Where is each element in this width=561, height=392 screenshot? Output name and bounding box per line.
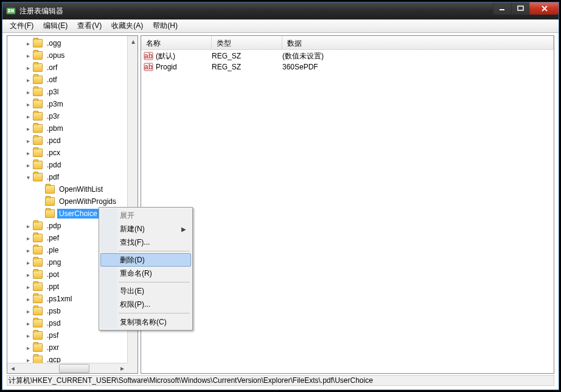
tree-item[interactable]: ▸.p3l [7, 86, 127, 98]
tree-item[interactable]: ▸.p3r [7, 110, 127, 122]
chevron-right-icon[interactable]: ▸ [24, 332, 32, 339]
folder-icon [33, 246, 43, 254]
list-row[interactable]: ab(默认)REG_SZ(数值未设置) [141, 50, 554, 61]
menu-favorites[interactable]: 收藏夹(A) [106, 19, 148, 33]
chevron-right-icon[interactable]: ▸ [24, 320, 32, 327]
chevron-right-icon[interactable]: ▸ [24, 40, 32, 47]
tree-item[interactable]: ▸OpenWithProgids [7, 195, 127, 208]
tree-item[interactable]: ▸.pbm [7, 122, 127, 135]
chevron-right-icon[interactable]: ▸ [24, 64, 32, 71]
tree-item[interactable]: ▸.orf [7, 61, 127, 74]
tree-item-label: .p3l [45, 87, 60, 97]
tree-item-label: .qcp [45, 355, 63, 363]
statusbar: 计算机\HKEY_CURRENT_USER\Software\Microsoft… [7, 375, 554, 386]
maximize-button[interactable] [511, 2, 529, 15]
list-row[interactable]: abProgidREG_SZ360SePDF [141, 61, 554, 72]
minimize-button[interactable] [493, 2, 511, 15]
column-data[interactable]: 数据 [282, 36, 554, 49]
tree-item[interactable]: ▸.psf [7, 329, 127, 341]
chevron-right-icon[interactable]: ▸ [24, 307, 32, 315]
chevron-right-icon[interactable]: ▸ [24, 76, 32, 83]
menubar: 文件(F) 编辑(E) 查看(V) 收藏夹(A) 帮助(H) [2, 19, 559, 33]
scroll-thumb[interactable] [59, 364, 89, 373]
tree-item-label: .p3r [45, 111, 61, 121]
menu-help[interactable]: 帮助(H) [148, 19, 183, 33]
scroll-right-icon[interactable]: ▸ [117, 363, 127, 374]
tree-item[interactable]: ▸OpenWithList [7, 183, 127, 195]
folder-icon [33, 319, 43, 327]
submenu-arrow-icon: ▶ [181, 226, 186, 233]
tree-item[interactable]: ▸.pxr [7, 341, 127, 354]
tree-item[interactable]: ▾.pdf [7, 171, 127, 183]
scroll-up-icon[interactable]: ▴ [128, 36, 138, 46]
tree-item[interactable]: ▸.opus [7, 49, 127, 61]
folder-icon [33, 282, 43, 291]
chevron-right-icon[interactable]: ▸ [24, 137, 32, 144]
scroll-track[interactable] [18, 363, 117, 374]
context-menu-item[interactable]: 新建(N)▶ [100, 222, 191, 236]
chevron-right-icon[interactable]: ▸ [24, 100, 32, 108]
column-name[interactable]: 名称 [141, 36, 212, 49]
menu-file[interactable]: 文件(F) [5, 19, 38, 33]
svg-rect-3 [11, 9, 14, 12]
chevron-right-icon[interactable]: ▸ [24, 344, 32, 351]
app-icon [6, 6, 16, 16]
tree-item[interactable]: ▸.p3m [7, 98, 127, 110]
scroll-left-icon[interactable]: ◂ [7, 363, 18, 374]
tree-item-label: .orf [45, 63, 59, 72]
chevron-right-icon[interactable]: ▸ [24, 295, 32, 303]
list-header: 名称 类型 数据 [141, 36, 554, 50]
tree-item[interactable]: ▸.pdd [7, 159, 127, 171]
folder-icon [33, 112, 43, 121]
chevron-right-icon[interactable]: ▸ [24, 161, 32, 169]
chevron-right-icon[interactable]: ▸ [24, 125, 32, 132]
context-menu-item[interactable]: 查找(F)... [100, 236, 191, 249]
chevron-right-icon[interactable]: ▸ [24, 356, 32, 363]
menu-edit[interactable]: 编辑(E) [38, 19, 72, 33]
folder-icon [33, 258, 43, 267]
tree-item[interactable]: ▸.ogg [7, 37, 127, 49]
folder-icon [33, 331, 43, 340]
tree-item-label: .pcd [45, 136, 63, 145]
chevron-right-icon[interactable]: ▸ [24, 283, 32, 290]
registry-editor-window: 注册表编辑器 文件(F) 编辑(E) 查看(V) 收藏夹(A) 帮助(H) ▸.… [2, 2, 559, 390]
tree-item[interactable]: ▸.qcp [7, 354, 127, 363]
context-menu-separator [119, 313, 190, 313]
client-area: ▸.ogg▸.opus▸.orf▸.otf▸.p3l▸.p3m▸.p3r▸.pb… [7, 35, 554, 374]
context-menu-item[interactable]: 导出(E) [100, 284, 191, 298]
context-menu-item[interactable]: 重命名(R) [100, 267, 191, 280]
scroll-corner [127, 363, 138, 373]
horizontal-scrollbar[interactable]: ◂ ▸ [7, 363, 127, 373]
chevron-right-icon[interactable]: ▸ [24, 247, 32, 254]
tree-item-label: UserChoice [57, 209, 99, 219]
chevron-right-icon[interactable]: ▸ [24, 88, 32, 96]
tree-item-label: .opus [45, 51, 66, 60]
chevron-down-icon[interactable]: ▾ [24, 173, 32, 181]
context-menu-label: 新建(N) [120, 224, 145, 234]
chevron-right-icon[interactable]: ▸ [24, 52, 32, 59]
context-menu-item[interactable]: 权限(P)... [100, 298, 191, 311]
tree-item[interactable]: ▸.pcx [7, 147, 127, 159]
tree-item[interactable]: ▸.otf [7, 74, 127, 86]
chevron-right-icon[interactable]: ▸ [24, 271, 32, 278]
chevron-right-icon[interactable]: ▸ [24, 234, 32, 242]
folder-icon [45, 197, 55, 206]
menu-view[interactable]: 查看(V) [72, 19, 106, 33]
titlebar[interactable]: 注册表编辑器 [2, 2, 559, 19]
chevron-right-icon[interactable]: ▸ [24, 259, 32, 266]
chevron-right-icon[interactable]: ▸ [24, 113, 32, 120]
folder-icon [33, 343, 43, 352]
column-type[interactable]: 类型 [212, 36, 282, 49]
context-menu-item: 展开 [100, 209, 191, 222]
chevron-right-icon[interactable]: ▸ [24, 149, 32, 156]
folder-icon [33, 136, 43, 145]
context-menu-item[interactable]: 删除(D) [100, 253, 191, 267]
chevron-right-icon[interactable]: ▸ [24, 222, 32, 229]
close-button[interactable] [529, 2, 559, 15]
folder-icon [33, 100, 43, 108]
tree-item-label: .pxr [45, 343, 61, 352]
folder-icon [33, 63, 43, 72]
tree-item[interactable]: ▸.pcd [7, 135, 127, 147]
folder-icon [33, 149, 43, 157]
context-menu-item[interactable]: 复制项名称(C) [100, 315, 191, 329]
